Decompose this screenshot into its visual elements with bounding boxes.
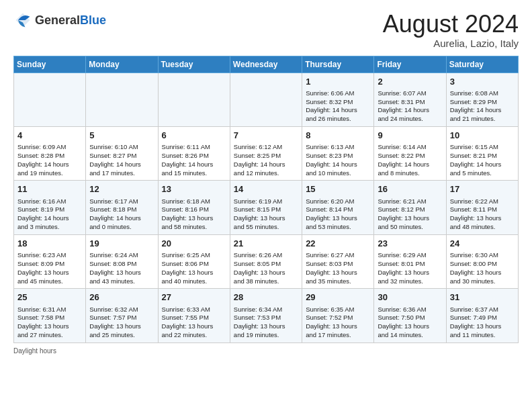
cell-text: and 55 minutes. [234,223,298,232]
calendar-header: Sunday Monday Tuesday Wednesday Thursday… [14,56,519,73]
day-number: 24 [450,238,515,250]
week-row-0: 1Sunrise: 6:06 AMSunset: 8:32 PMDaylight… [14,73,519,126]
cell-text: Daylight: 13 hours [89,269,154,277]
calendar-cell: 10Sunrise: 6:15 AMSunset: 8:21 PMDayligh… [446,127,518,181]
calendar-cell: 3Sunrise: 6:08 AMSunset: 8:29 PMDaylight… [446,73,518,126]
cell-text: Sunset: 8:25 PM [234,152,298,161]
cell-text: and 24 minutes. [378,115,442,124]
cell-text: Sunset: 7:52 PM [306,314,370,322]
cell-text: and 22 minutes. [162,331,226,340]
day-number: 10 [450,130,515,142]
calendar-cell: 7Sunrise: 6:12 AMSunset: 8:25 PMDaylight… [230,127,302,181]
calendar-cell: 4Sunrise: 6:09 AMSunset: 8:28 PMDaylight… [14,127,86,181]
header-monday: Monday [86,56,158,73]
cell-text: Sunset: 8:14 PM [306,205,370,214]
header-saturday: Saturday [446,56,518,73]
cell-text: Daylight: 13 hours [162,322,226,331]
cell-text: Sunset: 8:06 PM [162,260,226,269]
cell-text: Sunrise: 6:06 AM [306,89,370,98]
cell-text: Daylight: 13 hours [450,322,515,331]
cell-text: Daylight: 14 hours [89,161,154,169]
day-number: 30 [378,291,442,304]
cell-text: Sunrise: 6:33 AM [162,306,226,314]
cell-text: Sunrise: 6:26 AM [234,251,298,260]
cell-text: Daylight: 14 hours [378,161,442,169]
cell-text: and 12 minutes. [234,169,298,178]
calendar-cell: 31Sunrise: 6:37 AMSunset: 7:49 PMDayligh… [446,289,518,342]
cell-text: Sunrise: 6:34 AM [234,306,298,314]
cell-text: Sunset: 8:22 PM [378,152,442,161]
cell-text: Sunrise: 6:30 AM [450,251,515,260]
calendar-cell [158,73,230,126]
logo-blue: Blue [80,13,106,27]
cell-text: and 50 minutes. [378,223,442,232]
cell-text: Daylight: 13 hours [162,214,226,223]
cell-text: and 15 minutes. [162,169,226,178]
cell-text: and 5 minutes. [450,169,515,178]
header-tuesday: Tuesday [158,56,230,73]
cell-text: Daylight: 14 hours [17,214,82,223]
cell-text: Daylight: 13 hours [17,322,82,331]
calendar-cell: 28Sunrise: 6:34 AMSunset: 7:53 PMDayligh… [230,289,302,342]
day-number: 8 [306,130,370,142]
cell-text: Sunset: 8:03 PM [306,260,370,269]
calendar-body: 1Sunrise: 6:06 AMSunset: 8:32 PMDaylight… [14,73,519,342]
cell-text: Daylight: 14 hours [17,161,82,169]
cell-text: Sunset: 8:01 PM [378,260,442,269]
calendar-cell: 18Sunrise: 6:23 AMSunset: 8:09 PMDayligh… [14,234,86,288]
cell-text: and 45 minutes. [17,277,82,286]
cell-text: Sunrise: 6:07 AM [378,89,442,98]
cell-text: and 53 minutes. [306,223,370,232]
cell-text: Sunrise: 6:19 AM [234,197,298,206]
cell-text: Sunrise: 6:13 AM [306,143,370,152]
calendar-cell: 1Sunrise: 6:06 AMSunset: 8:32 PMDaylight… [302,73,374,126]
cell-text: Sunset: 8:08 PM [89,260,154,269]
cell-text: and 19 minutes. [17,169,82,178]
cell-text: and 43 minutes. [89,277,154,286]
cell-text: Sunrise: 6:20 AM [306,197,370,206]
cell-text: Daylight: 14 hours [162,161,226,169]
day-number: 19 [89,238,154,250]
day-number: 14 [234,183,298,195]
logo-icon [13,11,32,30]
cell-text: Daylight: 13 hours [89,322,154,331]
cell-text: Sunrise: 6:25 AM [162,251,226,260]
header-thursday: Thursday [302,56,374,73]
day-number: 11 [17,183,82,195]
cell-text: Sunset: 7:55 PM [162,314,226,322]
day-number: 31 [450,291,515,304]
day-number: 16 [378,183,442,195]
cell-text: Daylight: 13 hours [378,322,442,331]
cell-text: and 32 minutes. [378,277,442,286]
day-number: 2 [378,76,442,88]
day-number: 29 [306,291,370,304]
days-header-row: Sunday Monday Tuesday Wednesday Thursday… [14,56,519,73]
day-number: 23 [378,238,442,250]
calendar-cell: 9Sunrise: 6:14 AMSunset: 8:22 PMDaylight… [374,127,446,181]
cell-text: Daylight: 14 hours [306,161,370,169]
day-number: 1 [306,76,370,88]
cell-text: Daylight: 13 hours [162,269,226,277]
page: GeneralBlue August 2024 Aurelia, Lazio, … [0,0,532,361]
cell-text: Sunset: 8:28 PM [17,152,82,161]
cell-text: Daylight: 13 hours [306,214,370,223]
cell-text: Daylight: 14 hours [450,161,515,169]
week-row-3: 18Sunrise: 6:23 AMSunset: 8:09 PMDayligh… [14,234,519,288]
cell-text: Sunrise: 6:15 AM [450,143,515,152]
cell-text: Sunset: 8:16 PM [162,205,226,214]
calendar-cell: 13Sunrise: 6:18 AMSunset: 8:16 PMDayligh… [158,181,230,234]
calendar-cell: 24Sunrise: 6:30 AMSunset: 8:00 PMDayligh… [446,234,518,288]
cell-text: and 35 minutes. [306,277,370,286]
day-number: 18 [17,238,82,250]
title-block: August 2024 Aurelia, Lazio, Italy [383,11,519,49]
cell-text: Sunset: 8:12 PM [378,205,442,214]
cell-text: and 30 minutes. [450,277,515,286]
calendar-cell: 8Sunrise: 6:13 AMSunset: 8:23 PMDaylight… [302,127,374,181]
calendar-cell: 21Sunrise: 6:26 AMSunset: 8:05 PMDayligh… [230,234,302,288]
cell-text: Sunset: 8:19 PM [17,205,82,214]
cell-text: Sunset: 8:18 PM [89,205,154,214]
day-number: 13 [162,183,226,195]
calendar-cell: 5Sunrise: 6:10 AMSunset: 8:27 PMDaylight… [86,127,158,181]
calendar-cell: 17Sunrise: 6:22 AMSunset: 8:11 PMDayligh… [446,181,518,234]
calendar-cell: 23Sunrise: 6:29 AMSunset: 8:01 PMDayligh… [374,234,446,288]
